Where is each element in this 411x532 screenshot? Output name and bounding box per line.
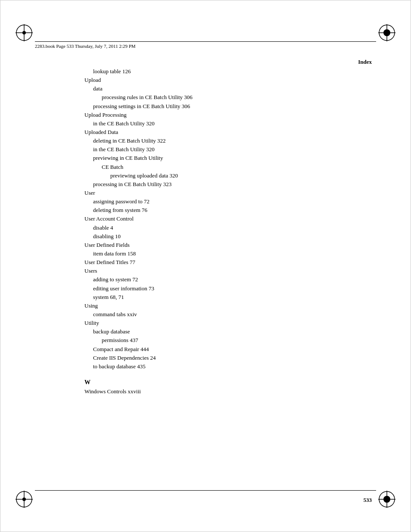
index-label: Index bbox=[358, 59, 372, 65]
entry-deleting-322: deleting in CE Batch Utility 322 bbox=[84, 137, 372, 145]
header-text: 2283.book Page 533 Thursday, July 7, 201… bbox=[35, 44, 136, 49]
entry-user-defined-fields: User Defined Fields bbox=[84, 241, 372, 249]
entry-using: Using bbox=[84, 302, 372, 310]
bottom-border bbox=[35, 490, 376, 491]
entry-in-ce-batch-320: in the CE Batch Utility 320 bbox=[84, 119, 372, 128]
entry-upload: Upload bbox=[84, 76, 372, 84]
entry-utility: Utility bbox=[84, 319, 372, 327]
entry-deleting-from-system: deleting from system 76 bbox=[84, 206, 372, 215]
entry-to-backup-database: to backup database 435 bbox=[84, 362, 372, 371]
w-section: W Windows Controls xxviii bbox=[84, 378, 372, 396]
entry-backup-database: backup database bbox=[84, 327, 372, 336]
entry-permissions-437: permissions 437 bbox=[84, 336, 372, 345]
corner-mark-br bbox=[376, 488, 398, 510]
entry-processing-323: processing in CE Batch Utility 323 bbox=[84, 180, 372, 189]
svg-point-11 bbox=[22, 498, 26, 501]
entry-user-defined-titles: User Defined Titles 77 bbox=[84, 258, 372, 267]
entry-user: User bbox=[84, 189, 372, 197]
page-container: 2283.book Page 533 Thursday, July 7, 201… bbox=[0, 0, 411, 532]
content-area: lookup table 126 Upload data processing … bbox=[84, 67, 372, 396]
entry-assigning-password: assigning password to 72 bbox=[84, 197, 372, 206]
entry-disable-4: disable 4 bbox=[84, 224, 372, 232]
entry-upload-processing: Upload Processing bbox=[84, 111, 372, 119]
entry-command-tabs: command tabs xxiv bbox=[84, 310, 372, 319]
entry-ce-batch: CE Batch bbox=[84, 163, 372, 171]
entry-proc-rules: processing rules in CE Batch Utility 306 bbox=[84, 93, 372, 102]
entry-previewing: previewing in CE Batch Utility bbox=[84, 154, 372, 162]
entry-proc-settings: processing settings in CE Batch Utility … bbox=[84, 102, 372, 111]
entry-data: data bbox=[84, 84, 372, 93]
svg-point-15 bbox=[383, 496, 390, 503]
corner-mark-tr bbox=[376, 22, 398, 44]
entry-create-iis: Create IIS Dependencies 24 bbox=[84, 354, 372, 362]
w-section-header: W bbox=[84, 378, 372, 387]
entry-users: Users bbox=[84, 267, 372, 275]
page-number: 533 bbox=[364, 497, 372, 504]
entry-adding-to-system: adding to system 72 bbox=[84, 275, 372, 284]
corner-mark-tl bbox=[13, 22, 35, 44]
entry-in-ce-batch-320b: in the CE Batch Utility 320 bbox=[84, 145, 372, 154]
entry-previewing-uploaded: previewing uploaded data 320 bbox=[84, 171, 372, 180]
entry-item-data-form: item data form 158 bbox=[84, 249, 372, 258]
entry-windows-controls: Windows Controls xxviii bbox=[84, 387, 372, 396]
svg-point-3 bbox=[22, 31, 26, 34]
corner-mark-bl bbox=[13, 488, 35, 510]
entry-compact-and-repair: Compact and Repair 444 bbox=[84, 345, 372, 354]
svg-point-7 bbox=[383, 29, 390, 36]
entry-disabling-10: disabling 10 bbox=[84, 232, 372, 241]
entry-lookup-table: lookup table 126 bbox=[84, 67, 372, 76]
entry-uploaded-data: Uploaded Data bbox=[84, 128, 372, 137]
entry-editing-user-info: editing user information 73 bbox=[84, 284, 372, 293]
page-header: 2283.book Page 533 Thursday, July 7, 201… bbox=[35, 41, 376, 49]
entry-system-68-71: system 68, 71 bbox=[84, 293, 372, 302]
entry-user-account-control: User Account Control bbox=[84, 215, 372, 223]
